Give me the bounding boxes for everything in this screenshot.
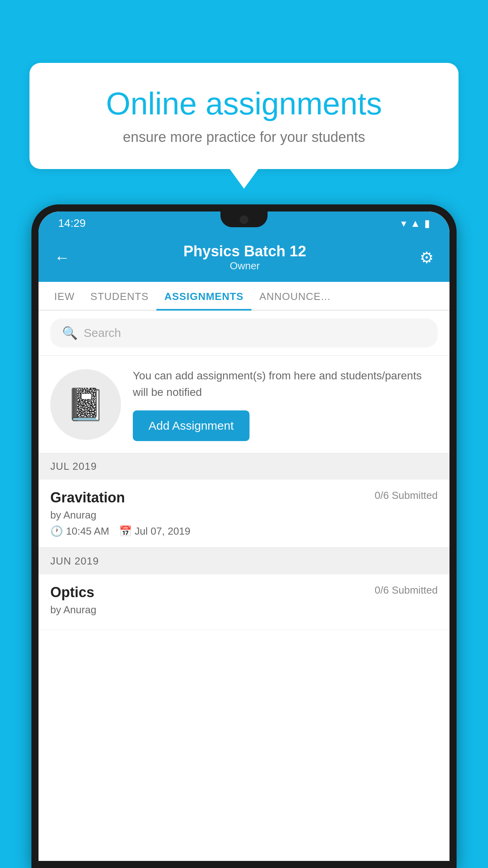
section-header-jul: JUL 2019 bbox=[39, 453, 449, 480]
status-icons: ▾ ▲ ▮ bbox=[401, 217, 430, 230]
assignment-date: 📅 Jul 07, 2019 bbox=[119, 525, 191, 537]
clock-icon: 🕐 bbox=[50, 525, 63, 537]
tab-announcements[interactable]: ANNOUNCE... bbox=[251, 282, 338, 310]
settings-icon[interactable]: ⚙ bbox=[420, 248, 434, 267]
notebook-icon: 📓 bbox=[66, 386, 105, 423]
assignment-icon-circle: 📓 bbox=[50, 369, 121, 440]
assignment-name: Gravitation bbox=[50, 489, 125, 506]
assignment-submitted: 0/6 Submitted bbox=[375, 489, 438, 502]
search-container: 🔍 Search bbox=[39, 311, 449, 355]
tab-bar: IEW STUDENTS ASSIGNMENTS ANNOUNCE... bbox=[39, 282, 449, 311]
header-subtitle: Owner bbox=[70, 260, 420, 272]
assignment-author: by Anurag bbox=[50, 509, 438, 521]
tab-iew[interactable]: IEW bbox=[46, 282, 83, 310]
wifi-icon: ▾ bbox=[401, 217, 406, 230]
assignment-item-header: Gravitation 0/6 Submitted bbox=[50, 489, 438, 506]
battery-icon: ▮ bbox=[424, 217, 430, 230]
assignment-item-header-optics: Optics 0/6 Submitted bbox=[50, 584, 438, 601]
status-time: 14:29 bbox=[58, 217, 86, 230]
add-assignment-description: You can add assignment(s) from here and … bbox=[133, 368, 438, 401]
signal-icon: ▲ bbox=[410, 217, 420, 230]
phone-camera bbox=[240, 215, 248, 224]
header-title-area: Physics Batch 12 Owner bbox=[70, 243, 420, 272]
phone-frame: 14:29 ▾ ▲ ▮ ← Physics Batch 12 Owner ⚙ I… bbox=[31, 204, 457, 868]
back-button[interactable]: ← bbox=[54, 249, 70, 267]
assignment-item-optics[interactable]: Optics 0/6 Submitted by Anurag bbox=[39, 574, 449, 630]
add-assignment-area: 📓 You can add assignment(s) from here an… bbox=[39, 356, 449, 453]
tab-students[interactable]: STUDENTS bbox=[83, 282, 156, 310]
add-assignment-button[interactable]: Add Assignment bbox=[133, 410, 250, 441]
header-title: Physics Batch 12 bbox=[70, 243, 420, 260]
phone-screen: 14:29 ▾ ▲ ▮ ← Physics Batch 12 Owner ⚙ I… bbox=[39, 211, 449, 861]
assignment-item-gravitation[interactable]: Gravitation 0/6 Submitted by Anurag 🕐 10… bbox=[39, 480, 449, 548]
calendar-icon: 📅 bbox=[119, 525, 132, 537]
speech-bubble-title: Online assignments bbox=[57, 86, 431, 121]
assignment-date-value: Jul 07, 2019 bbox=[135, 525, 191, 537]
assignment-submitted-optics: 0/6 Submitted bbox=[375, 584, 438, 596]
app-header: ← Physics Batch 12 Owner ⚙ bbox=[39, 235, 449, 282]
add-assignment-right: You can add assignment(s) from here and … bbox=[133, 368, 438, 441]
speech-bubble-container: Online assignments ensure more practice … bbox=[29, 63, 459, 169]
speech-bubble: Online assignments ensure more practice … bbox=[29, 63, 459, 169]
speech-bubble-subtitle: ensure more practice for your students bbox=[57, 129, 431, 145]
search-icon: 🔍 bbox=[62, 326, 78, 340]
tab-assignments[interactable]: ASSIGNMENTS bbox=[156, 282, 251, 310]
section-header-jun: JUN 2019 bbox=[39, 548, 449, 574]
assignment-time-value: 10:45 AM bbox=[66, 525, 109, 537]
assignment-author-optics: by Anurag bbox=[50, 604, 438, 616]
assignment-meta: 🕐 10:45 AM 📅 Jul 07, 2019 bbox=[50, 525, 438, 537]
assignment-time: 🕐 10:45 AM bbox=[50, 525, 109, 537]
assignment-name-optics: Optics bbox=[50, 584, 94, 601]
search-input-wrapper[interactable]: 🔍 Search bbox=[50, 318, 438, 348]
search-placeholder: Search bbox=[84, 326, 121, 340]
